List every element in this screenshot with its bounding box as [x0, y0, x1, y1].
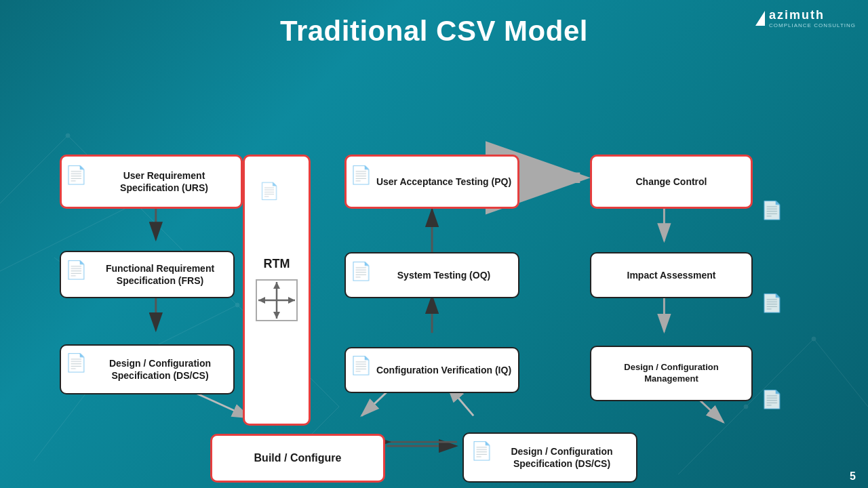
- system-testing-label: System Testing (OQ): [397, 269, 490, 281]
- doc-icon-right1: 📄: [761, 200, 783, 221]
- doc-icon-frs: 📄: [65, 260, 87, 281]
- doc-icon-right2: 📄: [761, 293, 783, 314]
- design-config-mgmt-label: Design / Configuration Management: [597, 362, 746, 385]
- impact-assessment-box: Impact Assessment: [590, 252, 753, 298]
- change-control-label: Change Control: [636, 176, 707, 188]
- change-control-box: Change Control: [590, 155, 753, 209]
- page-number: 5: [850, 470, 856, 483]
- rtm-icon: [253, 277, 300, 324]
- svg-marker-38: [273, 282, 280, 289]
- rtm-label: RTM: [264, 257, 290, 271]
- config-verif-label: Configuration Verification (IQ): [376, 364, 511, 376]
- slide-title: Traditional CSV Model: [0, 0, 868, 54]
- doc-icon-dscs-left: 📄: [65, 352, 87, 373]
- logo: azimuth COMPLIANCE CONSULTING: [755, 8, 856, 28]
- build-configure-label: Build / Configure: [254, 451, 342, 466]
- doc-icon-right3: 📄: [761, 389, 783, 410]
- impact-assessment-label: Impact Assessment: [627, 269, 716, 281]
- doc-icon-uat: 📄: [350, 165, 372, 186]
- diagram-area: User Requirement Specification (URS) Fun…: [0, 54, 868, 488]
- dscs-left-label: Design / Configuration Specification (DS…: [92, 357, 228, 382]
- build-configure-box: Build / Configure: [210, 434, 385, 483]
- dscs-bottom-label: Design / Configuration Specification (DS…: [493, 445, 631, 470]
- logo-triangle: [755, 11, 765, 26]
- urs-label: User Requirement Specification (URS): [93, 169, 235, 194]
- doc-icon-rtm: 📄: [259, 182, 279, 201]
- doc-icon-system-testing: 📄: [350, 261, 372, 282]
- doc-icon-dscs-bottom: 📄: [471, 441, 492, 462]
- frs-label: Functional Requirement Specification (FR…: [92, 262, 228, 287]
- logo-name: azimuth: [769, 8, 856, 22]
- doc-icon-urs: 📄: [65, 165, 87, 186]
- design-config-mgmt-box: Design / Configuration Management: [590, 346, 753, 401]
- doc-icon-config-verif: 📄: [350, 355, 372, 376]
- svg-marker-40: [258, 297, 265, 304]
- logo-subtitle: COMPLIANCE CONSULTING: [769, 22, 856, 28]
- svg-marker-39: [273, 312, 280, 319]
- uatpq-label: User Acceptance Testing (PQ): [376, 176, 511, 188]
- urs-box: User Requirement Specification (URS): [60, 155, 243, 209]
- svg-marker-41: [288, 297, 295, 304]
